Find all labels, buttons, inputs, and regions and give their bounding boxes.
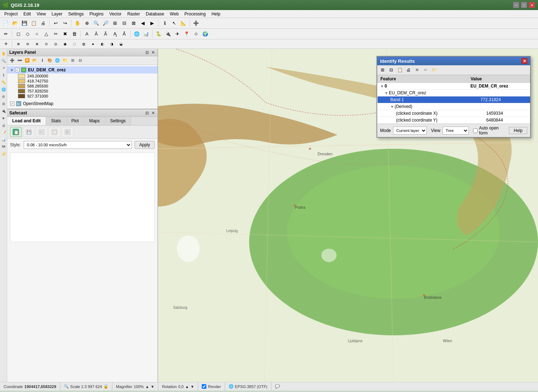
side-btn5[interactable]: ◎ — [51, 40, 60, 48]
auto-open-checkbox[interactable] — [473, 128, 478, 133]
redo-button[interactable]: ↪ — [61, 19, 69, 28]
tab-stats[interactable]: Stats — [46, 117, 66, 125]
map-side-icon[interactable]: 🗺 — [0, 143, 7, 150]
rotation-up-icon[interactable]: ▲ — [185, 384, 189, 389]
layer-item-osm[interactable]: M OpenStreetMap — [7, 100, 158, 107]
save-as-button[interactable]: 📋 — [29, 19, 38, 28]
safecast-close-button[interactable]: ✕ — [151, 111, 155, 115]
minimize-button[interactable]: ─ — [513, 2, 519, 8]
menu-project[interactable]: Project — [1, 11, 20, 17]
dialog-expand-button[interactable]: ⊞ — [379, 66, 387, 74]
digitize-7[interactable]: 🗑 — [70, 30, 79, 38]
side-btn10[interactable]: ◐ — [98, 40, 107, 48]
table-row-coordy[interactable]: (clicked coordinate Y) 6480844 — [378, 117, 530, 124]
pan-map-button[interactable]: ⊕ — [83, 19, 91, 28]
table-row-band1[interactable]: Band 1 772.31824 — [378, 96, 530, 103]
crosshair-button[interactable]: ⊹ — [192, 30, 200, 38]
label-2[interactable]: Ā — [92, 30, 100, 38]
zoom-out-button[interactable]: 🔎 — [101, 19, 110, 28]
menu-raster[interactable]: Raster — [125, 11, 143, 17]
label-4[interactable]: A̧ — [111, 30, 119, 38]
menu-layer[interactable]: Layer — [49, 11, 65, 17]
edit-pencil-button[interactable]: ✏ — [1, 30, 10, 38]
digitize-1[interactable]: ◻ — [14, 30, 23, 38]
view-select[interactable]: Tree Table Graph — [443, 127, 469, 134]
map-area[interactable]: Dresden Leipzig Praha Bratislava Wien Sa… — [158, 49, 538, 382]
style-select[interactable]: 0.08 - 10.00 microSv/h — [24, 141, 132, 149]
label-5[interactable]: Å — [120, 30, 128, 38]
table-row-coordx[interactable]: (clicked coordinate X) 1459334 — [378, 110, 530, 117]
open-layer-button[interactable]: 📂 — [31, 57, 38, 64]
select-button[interactable]: ↖ — [170, 19, 178, 28]
mode-select[interactable]: Current layer Top down All layers — [393, 127, 427, 134]
layer-props-button[interactable]: ℹ — [39, 57, 46, 64]
plugin1-button[interactable]: 🔌 — [164, 30, 172, 38]
digitize-4[interactable]: △ — [42, 30, 51, 38]
script-icon[interactable]: 📝 — [0, 129, 7, 136]
menu-help[interactable]: Help — [209, 11, 223, 17]
tab-settings[interactable]: Settings — [105, 117, 131, 125]
menu-edit[interactable]: Edit — [20, 11, 34, 17]
side-btn6[interactable]: ◉ — [61, 40, 69, 48]
zoom-in-button[interactable]: 🔍 — [92, 19, 100, 28]
safecast-header-buttons[interactable]: ⊡ ✕ — [145, 111, 155, 115]
dialog-close-button[interactable]: ✕ — [521, 58, 527, 64]
new-project-button[interactable]: 📄 — [1, 19, 10, 28]
identify-icon[interactable]: ℹ — [0, 72, 7, 78]
globe-side-icon[interactable]: 🌐 — [0, 86, 7, 93]
stats-side-icon[interactable]: 📊 — [0, 136, 7, 143]
compass-button[interactable]: ✛ — [1, 40, 10, 48]
measure-button[interactable]: 📐 — [179, 19, 188, 28]
side-btn7[interactable]: ◌ — [70, 40, 79, 48]
layer-side-icon[interactable]: ⊞ — [0, 100, 7, 107]
label-3[interactable]: Ã — [101, 30, 110, 38]
side-btn3[interactable]: ⊗ — [33, 40, 41, 48]
side-btn1[interactable]: ⊕ — [14, 40, 23, 48]
dialog-collapse-button[interactable]: ⊟ — [387, 66, 395, 74]
panel-header-buttons[interactable]: ⊡ ✕ — [145, 50, 155, 55]
browser-button[interactable]: 🌍 — [201, 30, 210, 38]
layer-group-button[interactable]: 📁 — [61, 57, 69, 64]
side-btn11[interactable]: ◑ — [107, 40, 116, 48]
menu-plugins[interactable]: Plugins — [86, 11, 106, 17]
message-section[interactable]: 💬 — [271, 382, 284, 391]
maximize-button[interactable]: □ — [521, 2, 527, 8]
digitize-3[interactable]: ○ — [33, 30, 41, 38]
magnifier-down-icon[interactable]: ▼ — [151, 384, 155, 389]
layer-item-dem[interactable]: ▼ EU_DEM_CR_orez — [7, 66, 158, 74]
zoom-icon[interactable]: 🔍 — [0, 57, 7, 64]
safecast-float-button[interactable]: ⊡ — [145, 111, 149, 115]
menu-vector[interactable]: Vector — [107, 11, 125, 17]
table-row-root[interactable]: ▼0 EU_DEM_CR_orez — [378, 83, 530, 90]
side-btn9[interactable]: ● — [89, 40, 97, 48]
table-row-layer[interactable]: ▼EU_DEM_CR_orez — [378, 90, 530, 96]
side-btn2[interactable]: ⊖ — [23, 40, 32, 48]
measure-icon[interactable]: 📏 — [0, 79, 7, 85]
float-button[interactable]: ⊡ — [145, 50, 149, 55]
plugin-side-icon[interactable]: 🔌 — [0, 108, 7, 114]
zoom-full-button[interactable]: ⊞ — [111, 19, 119, 28]
magnifier-up-icon[interactable]: ▲ — [145, 384, 149, 389]
bookmark-icon[interactable]: ★ — [0, 115, 7, 121]
layer-crs-button[interactable]: 🌐 — [54, 57, 61, 64]
close-button[interactable]: ✕ — [529, 2, 535, 8]
safecast-add-button[interactable]: 📋 — [10, 127, 22, 137]
dialog-print-button[interactable]: 🖨 — [404, 66, 412, 74]
tab-load-edit[interactable]: Load and Edit — [7, 117, 46, 125]
plugin2-button[interactable]: ✈ — [173, 30, 182, 38]
settings-side-icon[interactable]: ⚙ — [0, 93, 7, 100]
apply-button[interactable]: Apply — [135, 141, 155, 149]
expand-all-button[interactable]: ⊞ — [69, 57, 76, 64]
nav-icon[interactable]: 🧭 — [0, 151, 7, 157]
zoom-select-button[interactable]: ⊠ — [129, 19, 138, 28]
side-btn12[interactable]: ◒ — [117, 40, 125, 48]
collapse-all-button[interactable]: ⊟ — [76, 57, 84, 64]
zoom-prev-button[interactable]: ◀ — [139, 19, 147, 28]
dialog-copy-button[interactable]: 📋 — [396, 66, 404, 74]
remove-layer-button[interactable]: ➖ — [16, 57, 23, 64]
print-side-icon[interactable]: 🖨 — [0, 122, 7, 128]
digitize-6[interactable]: ✖ — [61, 30, 69, 38]
globe-button[interactable]: 🌐 — [132, 30, 141, 38]
crs-section[interactable]: 🌐 EPSG:3857 (OTF) — [225, 382, 271, 391]
menu-view[interactable]: View — [34, 11, 49, 17]
